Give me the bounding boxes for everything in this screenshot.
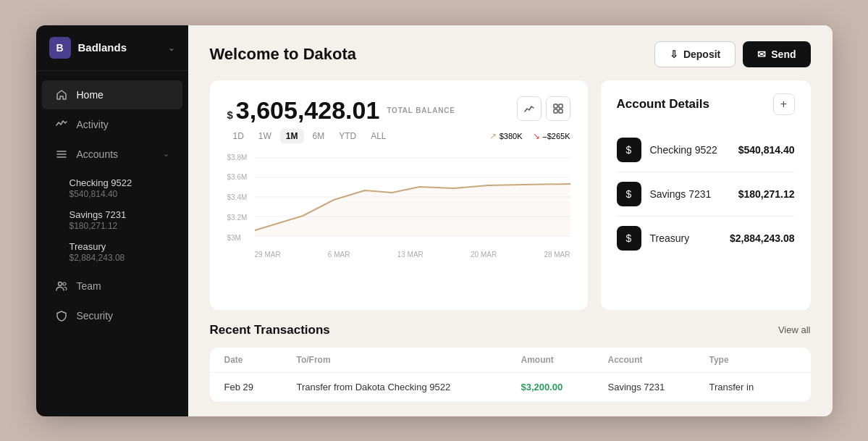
y-label-3: $3.4M [227, 193, 248, 201]
legend-down-arrow-icon: ↘ [533, 131, 540, 141]
send-button[interactable]: ✉ Send [743, 41, 810, 67]
checking-account-name: Checking 9522 [650, 144, 730, 156]
time-filter-ytd[interactable]: YTD [333, 129, 362, 143]
svg-rect-7 [554, 109, 557, 113]
deposit-button[interactable]: ⇩ Deposit [654, 41, 736, 67]
checking-account-icon: $ [617, 138, 641, 162]
x-label-5: 28 MAR [544, 251, 570, 259]
legend-down: ↘ –$265K [533, 131, 570, 141]
treasury-account-name: Treasury [650, 232, 721, 244]
row-to-from: Transfer from Dakota Checking 9522 [297, 382, 521, 392]
sidebar: B Badlands ⌄ Home [36, 25, 188, 416]
svg-rect-8 [559, 109, 562, 113]
svg-point-4 [63, 282, 66, 285]
transactions-table: Date To/From Amount Account Type Feb 29 … [210, 348, 811, 402]
balance-card: $ 3,605,428.01 TOTAL BALANCE [210, 80, 588, 310]
activity-icon [55, 118, 68, 131]
sub-account-treasury[interactable]: Treasury $2,884,243.08 [69, 236, 188, 268]
balance-chart [255, 151, 570, 245]
col-amount: Amount [521, 355, 608, 365]
chart-area: $3.8M $3.6M $3.4M $3.2M $3M [227, 151, 570, 297]
col-account: Account [608, 355, 709, 365]
brand-name: Badlands [78, 41, 127, 54]
send-label: Send [771, 49, 796, 60]
savings-account-icon: $ [617, 182, 641, 206]
sidebar-item-activity[interactable]: Activity [42, 110, 182, 139]
time-filter-all[interactable]: ALL [365, 129, 392, 143]
dollar-sign: $ [227, 109, 233, 121]
sidebar-item-team[interactable]: Team [42, 272, 182, 301]
account-detail-checking[interactable]: $ Checking 9522 $540,814.40 [617, 128, 795, 172]
sub-account-checking[interactable]: Checking 9522 $540,814.40 [69, 172, 188, 204]
legend-up-arrow-icon: ↗ [489, 131, 497, 141]
deposit-label: Deposit [683, 49, 720, 60]
transactions-title: Recent Transactions [210, 323, 330, 337]
sub-account-savings[interactable]: Savings 7231 $180,271.12 [69, 204, 188, 236]
table-row[interactable]: Feb 29 Transfer from Dakota Checking 952… [210, 373, 811, 402]
sub-account-savings-name: Savings 7231 [69, 209, 175, 220]
x-label-3: 13 MAR [397, 251, 424, 259]
topbar-actions: ⇩ Deposit ✉ Send [654, 41, 811, 67]
x-label-4: 20 MAR [471, 251, 497, 259]
x-label-1: 29 MAR [255, 251, 281, 259]
main-content: Welcome to Dakota ⇩ Deposit ✉ Send $ [188, 25, 833, 416]
checking-account-balance: $540,814.40 [738, 144, 795, 156]
sub-account-treasury-balance: $2,884,243.08 [69, 253, 175, 263]
topbar: Welcome to Dakota ⇩ Deposit ✉ Send [188, 25, 833, 80]
savings-account-balance: $180,271.12 [738, 188, 795, 200]
sub-account-savings-balance: $180,271.12 [69, 221, 175, 231]
dashboard-row: $ 3,605,428.01 TOTAL BALANCE [188, 80, 833, 323]
sidebar-item-accounts-label: Accounts [77, 148, 154, 160]
y-label-5: $3M [227, 234, 248, 242]
add-account-button[interactable]: + [773, 93, 795, 115]
svg-marker-14 [255, 184, 570, 236]
chevron-down-icon: ⌄ [168, 43, 175, 53]
x-label-2: 6 MAR [328, 251, 350, 259]
sidebar-header[interactable]: B Badlands ⌄ [36, 25, 188, 71]
col-date: Date [224, 355, 297, 365]
total-balance-amount: 3,605,428.01 [236, 96, 380, 125]
view-all-link[interactable]: View all [778, 324, 811, 335]
chart-y-labels: $3.8M $3.6M $3.4M $3.2M $3M [227, 151, 248, 245]
sub-account-checking-name: Checking 9522 [69, 177, 175, 188]
balance-card-actions [517, 96, 570, 121]
table-header: Date To/From Amount Account Type [210, 348, 811, 373]
account-details-card: Account Details + $ Checking 9522 $540,8… [601, 80, 811, 310]
home-icon [55, 88, 68, 101]
download-icon: ⇩ [670, 49, 678, 60]
account-detail-savings[interactable]: $ Savings 7231 $180,271.12 [617, 172, 795, 217]
time-filter-1d[interactable]: 1D [227, 129, 250, 143]
chart-line-button[interactable] [517, 96, 542, 121]
treasury-account-balance: $2,884,243.08 [730, 232, 795, 244]
chart-filters: 1D 1W 1M 6M YTD ALL ↗ $380K ↘ [227, 129, 570, 143]
send-icon: ✉ [757, 49, 766, 60]
table-view-button[interactable] [546, 96, 570, 121]
list-icon [55, 148, 68, 161]
sidebar-item-security[interactable]: Security [42, 301, 182, 330]
app-container: B Badlands ⌄ Home [36, 25, 833, 416]
sidebar-item-home[interactable]: Home [42, 80, 182, 109]
time-filter-6m[interactable]: 6M [307, 129, 331, 143]
sidebar-item-security-label: Security [77, 310, 169, 322]
time-filter-1m[interactable]: 1M [280, 129, 304, 143]
account-detail-treasury[interactable]: $ Treasury $2,884,243.08 [617, 217, 795, 260]
time-filter-1w[interactable]: 1W [253, 129, 277, 143]
sidebar-item-team-label: Team [77, 280, 169, 292]
svg-rect-5 [554, 104, 557, 108]
sidebar-item-accounts[interactable]: Accounts ⌄ [42, 140, 182, 169]
shield-icon [55, 309, 68, 322]
savings-account-name: Savings 7231 [650, 188, 730, 200]
sub-account-treasury-name: Treasury [69, 241, 175, 252]
balance-amount-row: $ 3,605,428.01 TOTAL BALANCE [227, 96, 455, 125]
legend-down-value: –$265K [543, 132, 570, 140]
sub-account-checking-balance: $540,814.40 [69, 189, 175, 199]
legend-up-value: $380K [500, 132, 523, 140]
col-type: Type [709, 355, 796, 365]
y-label-2: $3.6M [227, 173, 248, 181]
brand-avatar: B [49, 37, 71, 59]
treasury-account-icon: $ [617, 226, 641, 251]
row-type: Transfer in [709, 382, 796, 392]
sidebar-nav: Home Activity [36, 71, 188, 416]
svg-point-3 [58, 282, 62, 285]
sidebar-item-activity-label: Activity [77, 119, 169, 130]
